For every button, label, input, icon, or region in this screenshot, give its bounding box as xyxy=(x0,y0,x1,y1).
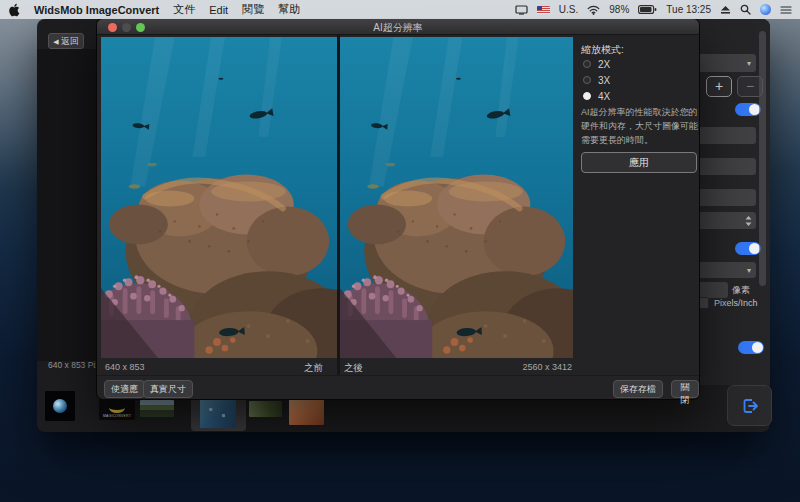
back-arrow-icon: ◀ xyxy=(53,35,58,48)
before-image xyxy=(101,37,337,358)
menu-view[interactable]: 閱覽 xyxy=(242,2,264,17)
chevron-down-icon: ▾ xyxy=(747,59,751,68)
radio-dot-2x[interactable] xyxy=(583,60,591,68)
thumbnail-magiconvert[interactable]: MAGICONVERT xyxy=(99,399,135,420)
pixels-unit-label: 像素 xyxy=(732,284,750,297)
radio-label-4x: 4X xyxy=(598,91,610,102)
radio-option-3x[interactable]: 3X xyxy=(583,74,610,86)
battery-percentage: 98% xyxy=(609,4,629,15)
apply-button[interactable]: 應用 xyxy=(581,152,697,173)
after-reef-image xyxy=(340,37,573,358)
siri-icon[interactable] xyxy=(760,4,771,15)
radio-option-4x[interactable]: 4X xyxy=(583,90,610,102)
menu-help[interactable]: 幫助 xyxy=(278,2,300,17)
thumbnail-landscape-2[interactable] xyxy=(249,401,282,417)
dialog-info-bar: 640 x 853 之前 之後 2560 x 3412 xyxy=(97,358,699,375)
control-center-icon[interactable] xyxy=(780,5,792,15)
radio-dot-3x[interactable] xyxy=(583,76,591,84)
menubar-clock[interactable]: Tue 13:25 xyxy=(666,4,711,15)
fit-button[interactable]: 使適應 xyxy=(104,380,145,398)
performance-note: AI超分辨率的性能取決於您的硬件和內存，大尺寸圖像可能需要更長的時間。 xyxy=(581,105,700,147)
radio-label-2x: 2X xyxy=(598,59,610,70)
after-label: 之後 xyxy=(344,362,363,375)
thumbnail-earth[interactable] xyxy=(45,391,75,421)
add-button[interactable]: + xyxy=(706,76,732,97)
toggle-switch-3[interactable] xyxy=(738,341,764,354)
display-icon[interactable] xyxy=(515,5,528,15)
earth-globe xyxy=(53,399,67,413)
stepper-icon xyxy=(745,215,752,226)
menu-status-area: U.S. 98% Tue 13:25 xyxy=(515,4,792,15)
actual-size-button[interactable]: 真實尺寸 xyxy=(143,380,193,398)
image-size-label: 640 x 853 Pix xyxy=(48,360,100,370)
eject-icon[interactable] xyxy=(720,5,731,15)
toggle-switch-2[interactable] xyxy=(735,242,761,255)
menubar-app-name[interactable]: WidsMob ImageConvert xyxy=(34,4,159,16)
export-button[interactable] xyxy=(727,385,772,426)
panel-scrollbar[interactable] xyxy=(759,31,766,286)
search-icon[interactable] xyxy=(740,4,751,15)
menu-file[interactable]: 文件 xyxy=(173,2,195,17)
back-button[interactable]: ◀ 返回 xyxy=(48,33,84,49)
menu-edit[interactable]: Edit xyxy=(209,4,228,16)
close-button[interactable]: 關閉 xyxy=(671,380,699,398)
radio-option-2x[interactable]: 2X xyxy=(583,58,610,70)
resolution-unit-label: Pixels/Inch xyxy=(714,298,758,308)
export-icon xyxy=(740,396,760,416)
ai-super-resolution-dialog: AI超分辨率 縮放模式: 2X 3X 4X AI超分辨率的性能取決於您的硬件和內… xyxy=(96,18,700,400)
battery-icon xyxy=(638,5,657,14)
input-source-label[interactable]: U.S. xyxy=(559,4,578,15)
us-flag-icon[interactable] xyxy=(537,6,550,14)
apple-logo-icon[interactable] xyxy=(8,3,20,17)
toggle-switch-1[interactable] xyxy=(735,103,761,116)
back-button-label: 返回 xyxy=(61,35,79,48)
before-size-label: 640 x 853 xyxy=(105,362,145,372)
radio-dot-4x[interactable] xyxy=(583,92,591,100)
magiconvert-label: MAGICONVERT xyxy=(99,414,135,418)
dialog-title: AI超分辨率 xyxy=(97,21,699,35)
menu-left: WidsMob ImageConvert 文件 Edit 閱覽 幫助 xyxy=(8,2,300,17)
wifi-icon[interactable] xyxy=(587,5,600,15)
before-reef-image xyxy=(101,37,337,358)
after-size-label: 2560 x 3412 xyxy=(447,362,572,372)
chevron-down-icon: ▾ xyxy=(747,266,751,275)
menu-bar: WidsMob ImageConvert 文件 Edit 閱覽 幫助 U.S. … xyxy=(0,0,800,19)
before-label: 之前 xyxy=(227,362,323,375)
zoom-mode-label: 縮放模式: xyxy=(581,43,624,57)
banana-logo-icon xyxy=(109,402,125,413)
save-button[interactable]: 保存存檔 xyxy=(613,380,663,398)
thumbnail-landscape-1[interactable] xyxy=(140,400,174,417)
dialog-button-bar: 使適應 真實尺寸 保存存檔 關閉 xyxy=(97,375,699,402)
after-image xyxy=(340,37,573,358)
dialog-titlebar[interactable]: AI超分辨率 xyxy=(97,19,699,35)
desktop: WidsMob ImageConvert 文件 Edit 閱覽 幫助 U.S. … xyxy=(0,0,800,502)
radio-label-3x: 3X xyxy=(598,75,610,86)
